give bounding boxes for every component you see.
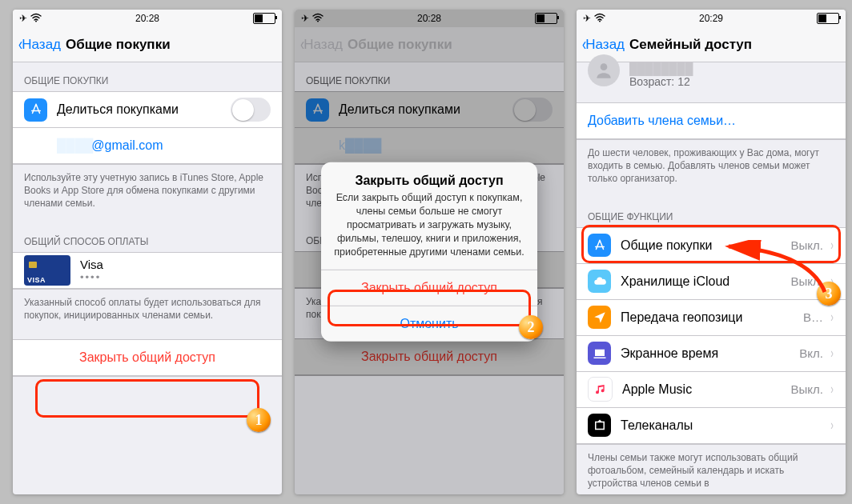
step-badge-3: 3 bbox=[817, 282, 841, 306]
svg-rect-4 bbox=[596, 350, 597, 354]
chevron-right-icon: › bbox=[830, 381, 834, 398]
svg-point-0 bbox=[35, 20, 37, 22]
close-sharing-button[interactable]: Закрыть общий доступ bbox=[13, 339, 282, 376]
feature-value: Вкл. bbox=[799, 346, 823, 360]
section-header-features: ОБЩИЕ ФУНКЦИИ bbox=[577, 198, 846, 227]
feature-row-tv[interactable]: Телеканалы› bbox=[577, 407, 846, 444]
feature-row-appstore[interactable]: Общие покупкиВыкл.› bbox=[577, 227, 846, 263]
back-button[interactable]: ‹ Назад bbox=[18, 34, 61, 55]
share-toggle[interactable] bbox=[231, 98, 271, 122]
close-sharing-label: Закрыть общий доступ bbox=[79, 350, 215, 365]
chevron-right-icon: › bbox=[830, 309, 834, 326]
feature-row-music[interactable]: Apple MusicВыкл.› bbox=[577, 371, 846, 407]
add-member-button[interactable]: Добавить члена семьи… bbox=[577, 102, 846, 139]
payment-method-row[interactable]: VISA Visa •••• bbox=[13, 252, 282, 289]
visa-card-icon: VISA bbox=[24, 255, 70, 286]
feature-row-screentime[interactable]: Экранное времяВкл.› bbox=[577, 335, 846, 371]
battery-icon bbox=[817, 13, 839, 24]
alert-title: Закрыть общий доступ bbox=[321, 162, 537, 191]
share-purchases-label: Делиться покупками bbox=[57, 102, 231, 117]
alert-confirm-label: Закрыть общий доступ bbox=[361, 281, 497, 295]
feature-row-icloud[interactable]: Хранилище iCloudВыкл.› bbox=[577, 263, 846, 299]
account-email: @gmail.com bbox=[91, 138, 163, 153]
wifi-icon bbox=[594, 13, 605, 25]
status-time: 20:28 bbox=[135, 13, 159, 24]
appstore-icon bbox=[24, 98, 47, 122]
footer-features: Члены семьи также могут использовать общ… bbox=[577, 445, 846, 494]
tv-icon bbox=[588, 414, 611, 437]
battery-icon bbox=[253, 13, 275, 24]
chevron-right-icon: › bbox=[830, 417, 834, 434]
feature-label: Apple Music bbox=[622, 382, 791, 397]
feature-label: Экранное время bbox=[621, 346, 799, 361]
footer-members: До шести человек, проживающих у Вас дома… bbox=[577, 140, 846, 198]
chevron-right-icon: › bbox=[830, 237, 834, 254]
svg-rect-6 bbox=[601, 351, 603, 355]
svg-point-2 bbox=[599, 20, 601, 22]
phone-2: ✈ 20:28 ‹ Назад Общие покупки ОБЩИЕ ПОКУ… bbox=[295, 10, 564, 494]
svg-rect-5 bbox=[598, 351, 600, 354]
share-purchases-row[interactable]: Делиться покупками bbox=[13, 91, 282, 127]
step-badge-1: 1 bbox=[247, 408, 271, 432]
svg-point-3 bbox=[601, 63, 608, 70]
status-bar: ✈ 20:29 bbox=[577, 10, 846, 27]
location-icon bbox=[588, 306, 611, 329]
member-age: Возраст: 12 bbox=[629, 75, 693, 88]
back-label: Назад bbox=[585, 37, 625, 53]
music-icon bbox=[588, 377, 613, 402]
add-member-label: Добавить члена семьи… bbox=[588, 114, 736, 128]
page-title: Общие покупки bbox=[66, 37, 171, 53]
avatar-icon bbox=[588, 54, 620, 86]
section-header-payment: ОБЩИЙ СПОСОБ ОПЛАТЫ bbox=[13, 223, 282, 252]
section-header-share: ОБЩИЕ ПОКУПКИ bbox=[13, 62, 282, 91]
chevron-left-icon: ‹ bbox=[18, 34, 22, 55]
back-button[interactable]: ‹ Назад bbox=[581, 34, 625, 55]
status-time: 20:29 bbox=[699, 13, 723, 24]
nav-bar: ‹ Назад Сeмейный доступ bbox=[577, 27, 846, 62]
alert-cancel-label: Отменить bbox=[400, 317, 458, 331]
feature-value: В… bbox=[803, 310, 823, 324]
chevron-right-icon: › bbox=[830, 345, 834, 362]
alert-confirm-button[interactable]: Закрыть общий доступ bbox=[321, 270, 537, 306]
phone-3: ✈ 20:29 ‹ Назад Сeмейный доступ ████████… bbox=[577, 10, 846, 494]
feature-value: Выкл. bbox=[791, 382, 823, 396]
alert-sheet: Закрыть общий доступ Если закрыть общий … bbox=[321, 162, 537, 342]
status-bar: ✈ 20:28 bbox=[13, 10, 282, 27]
feature-row-location[interactable]: Передача геопозициВ…› bbox=[577, 299, 846, 335]
chevron-left-icon: ‹ bbox=[582, 34, 586, 55]
airplane-icon: ✈ bbox=[583, 13, 591, 24]
nav-bar: ‹ Назад Общие покупки bbox=[13, 27, 282, 62]
feature-label: Телеканалы bbox=[621, 418, 823, 433]
step-badge-2: 2 bbox=[519, 315, 543, 339]
airplane-icon: ✈ bbox=[19, 13, 27, 24]
page-title: Сeмейный доступ bbox=[629, 37, 752, 53]
screentime-icon bbox=[588, 342, 611, 365]
feature-label: Общие покупки bbox=[621, 238, 791, 253]
phone-1: ✈ 20:28 ‹ Назад Общие покупки ОБЩИЕ ПОКУ… bbox=[13, 10, 282, 494]
highlight-frame-1 bbox=[35, 379, 259, 418]
back-label: Назад bbox=[22, 37, 61, 53]
appstore-icon bbox=[588, 234, 611, 257]
icloud-icon bbox=[588, 270, 611, 293]
feature-label: Передача геопозици bbox=[621, 310, 803, 325]
feature-label: Хранилище iCloud bbox=[621, 274, 791, 289]
footer-share-desc: Используйте эту учетную запись в iTunes … bbox=[13, 165, 282, 223]
card-last4: •••• bbox=[80, 271, 103, 283]
alert-cancel-button[interactable]: Отменить bbox=[321, 306, 537, 342]
footer-payment-desc: Указанный способ оплаты будет использова… bbox=[13, 290, 282, 334]
alert-message: Если закрыть общий доступ к покупкам, чл… bbox=[321, 191, 537, 270]
wifi-icon bbox=[30, 13, 42, 25]
account-email-row[interactable]: ████ @gmail.com bbox=[13, 127, 282, 164]
feature-value: Выкл. bbox=[791, 238, 823, 252]
family-member-row[interactable]: ████████ Возраст: 12 bbox=[577, 62, 846, 102]
card-brand: Visa bbox=[80, 258, 103, 271]
